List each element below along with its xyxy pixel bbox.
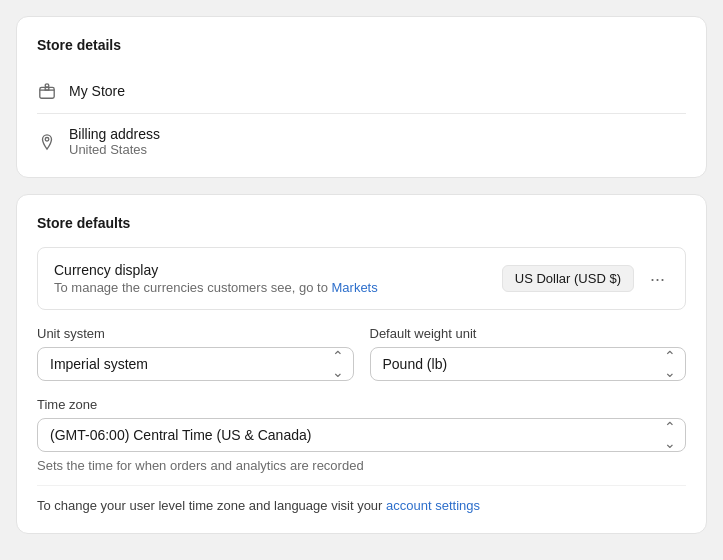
svg-point-2 (45, 84, 49, 88)
currency-badge: US Dollar (USD $) (502, 265, 634, 292)
store-icon (37, 81, 57, 101)
footer-info: To change your user level time zone and … (37, 485, 686, 513)
unit-system-label: Unit system (37, 326, 354, 341)
unit-system-select[interactable]: Imperial system Metric system (37, 347, 354, 381)
billing-address-value: United States (69, 142, 160, 157)
unit-weight-row: Unit system Imperial system Metric syste… (37, 326, 686, 381)
markets-link[interactable]: Markets (332, 280, 378, 295)
store-details-title: Store details (37, 37, 686, 53)
more-icon: ··· (650, 269, 665, 289)
timezone-select-wrapper: (GMT-06:00) Central Time (US & Canada) ⌃… (37, 418, 686, 452)
currency-desc-text: To manage the currencies customers see, … (54, 280, 328, 295)
store-name-item[interactable]: My Store (37, 69, 686, 114)
timezone-hint: Sets the time for when orders and analyt… (37, 458, 686, 473)
svg-point-3 (45, 137, 49, 141)
more-options-button[interactable]: ··· (646, 268, 669, 290)
store-defaults-card: Store defaults Currency display To manag… (16, 194, 707, 534)
timezone-label: Time zone (37, 397, 686, 412)
currency-display-desc: To manage the currencies customers see, … (54, 280, 378, 295)
timezone-select[interactable]: (GMT-06:00) Central Time (US & Canada) (37, 418, 686, 452)
default-weight-field: Default weight unit Pound (lb) Ounce (oz… (370, 326, 687, 381)
unit-system-field: Unit system Imperial system Metric syste… (37, 326, 354, 381)
default-weight-select-wrapper: Pound (lb) Ounce (oz) Kilogram (kg) Gram… (370, 347, 687, 381)
currency-display-row: Currency display To manage the currencie… (37, 247, 686, 310)
billing-address-label: Billing address (69, 126, 160, 142)
currency-display-label: Currency display (54, 262, 378, 278)
currency-right-section: US Dollar (USD $) ··· (502, 265, 669, 292)
account-settings-link[interactable]: account settings (386, 498, 480, 513)
timezone-section: Time zone (GMT-06:00) Central Time (US &… (37, 397, 686, 473)
default-weight-select[interactable]: Pound (lb) Ounce (oz) Kilogram (kg) Gram… (370, 347, 687, 381)
store-details-card: Store details My Store Billing address U… (16, 16, 707, 178)
location-icon (37, 132, 57, 152)
default-weight-label: Default weight unit (370, 326, 687, 341)
billing-address-item[interactable]: Billing address United States (37, 114, 686, 157)
svg-rect-0 (40, 87, 54, 98)
store-defaults-title: Store defaults (37, 215, 686, 231)
unit-system-select-wrapper: Imperial system Metric system ⌃⌄ (37, 347, 354, 381)
store-name-label: My Store (69, 83, 125, 99)
footer-text: To change your user level time zone and … (37, 498, 382, 513)
